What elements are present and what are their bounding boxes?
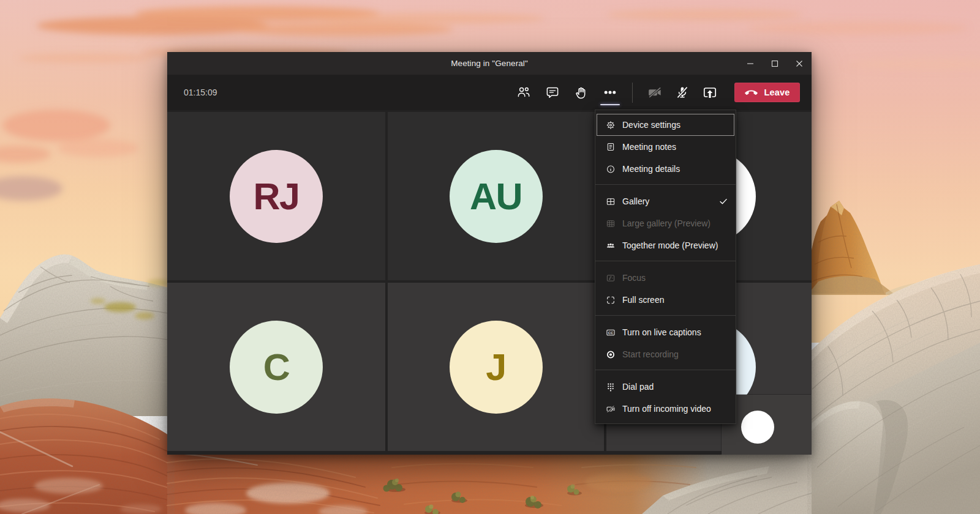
menu-item-label: Dial pad (622, 382, 654, 392)
avatar-au: AU (450, 150, 543, 243)
large-gallery-icon (606, 218, 616, 228)
people-icon (516, 85, 531, 100)
share-screen-button[interactable] (696, 75, 723, 110)
window-title: Meeting in "General" (451, 59, 528, 68)
chat-icon (545, 85, 560, 100)
video-tile-rj: RJ (167, 112, 385, 280)
menu-item-dial-pad[interactable]: Dial pad (595, 376, 736, 398)
toolbar-separator (632, 83, 633, 103)
more-actions-menu: Device settings Meeting notes (595, 110, 736, 424)
raise-hand-button[interactable] (567, 75, 595, 110)
menu-item-together-mode[interactable]: Together mode (Preview) (595, 234, 736, 256)
menu-item-meeting-notes[interactable]: Meeting notes (595, 136, 736, 158)
raise-hand-icon (574, 85, 589, 100)
desktop: Meeting in "General" (0, 0, 980, 514)
close-icon (796, 60, 803, 67)
menu-item-label: Full screen (622, 295, 664, 305)
menu-item-label: Meeting notes (622, 142, 676, 152)
menu-item-label: Turn on live captions (622, 327, 701, 337)
more-actions-active-indicator (600, 104, 620, 106)
avatar-j: J (450, 321, 543, 414)
focus-icon (606, 273, 616, 283)
avatar-c: C (230, 321, 323, 414)
menu-item-gallery[interactable]: Gallery (595, 190, 736, 212)
gallery-icon (606, 196, 616, 206)
self-avatar (741, 411, 774, 444)
menu-item-start-recording[interactable]: Start recording (595, 343, 736, 365)
minimize-icon (747, 60, 754, 67)
close-button[interactable] (787, 52, 812, 75)
window-titlebar: Meeting in "General" (167, 52, 812, 75)
menu-item-focus[interactable]: Focus (595, 267, 736, 289)
menu-separator (595, 184, 736, 185)
leave-button-label: Leave (764, 88, 790, 97)
minimize-button[interactable] (738, 52, 763, 75)
video-tile-c: C (167, 283, 385, 451)
gear-icon (606, 120, 616, 130)
captions-icon: CC (606, 327, 616, 337)
teams-meeting-window: Meeting in "General" (167, 52, 812, 455)
more-actions-icon (603, 85, 617, 100)
incoming-video-off-icon (606, 404, 616, 414)
dialpad-icon (606, 382, 616, 392)
menu-item-live-captions[interactable]: CC Turn on live captions (595, 321, 736, 343)
menu-separator (595, 315, 736, 316)
maximize-icon (771, 60, 778, 67)
info-icon (606, 164, 616, 174)
meeting-toolbar: 01:15:09 (167, 75, 812, 110)
menu-item-label: Large gallery (Preview) (622, 218, 710, 228)
leave-button[interactable]: Leave (734, 83, 800, 102)
menu-item-label: Start recording (622, 349, 679, 359)
menu-item-turn-off-incoming-video[interactable]: Turn off incoming video (595, 398, 736, 420)
together-mode-icon (606, 240, 616, 250)
menu-item-label: Together mode (Preview) (622, 240, 718, 250)
menu-item-label: Turn off incoming video (622, 404, 711, 414)
notes-icon (606, 142, 616, 152)
toolbar-buttons (509, 75, 723, 110)
meeting-timer: 01:15:09 (184, 75, 217, 110)
menu-item-label: Device settings (622, 120, 680, 130)
hang-up-icon (744, 86, 758, 100)
video-tile-j: J (388, 283, 604, 451)
show-conversation-button[interactable] (538, 75, 567, 110)
fullscreen-icon (606, 295, 616, 305)
menu-item-label: Gallery (622, 196, 649, 206)
menu-separator (595, 261, 736, 261)
menu-separator (595, 370, 736, 370)
window-controls (738, 52, 812, 75)
show-participants-button[interactable] (509, 75, 538, 110)
menu-item-device-settings[interactable]: Device settings (595, 114, 736, 136)
menu-item-full-screen[interactable]: Full screen (595, 289, 736, 311)
svg-text:CC: CC (608, 330, 613, 334)
record-icon (606, 349, 616, 359)
checkmark-icon (718, 196, 728, 206)
mic-off-icon (674, 84, 690, 100)
menu-item-label: Focus (622, 273, 646, 283)
video-tile-au: AU (388, 112, 604, 280)
mute-toggle-button[interactable] (668, 75, 696, 110)
menu-item-large-gallery[interactable]: Large gallery (Preview) (595, 212, 736, 234)
camera-off-icon (647, 84, 663, 100)
share-screen-icon (702, 84, 718, 100)
camera-toggle-button[interactable] (641, 75, 668, 110)
menu-item-label: Meeting details (622, 164, 680, 174)
more-actions-button[interactable] (595, 75, 624, 110)
menu-item-meeting-details[interactable]: Meeting details (595, 158, 736, 180)
avatar-rj: RJ (230, 150, 323, 243)
maximize-button[interactable] (763, 52, 787, 75)
